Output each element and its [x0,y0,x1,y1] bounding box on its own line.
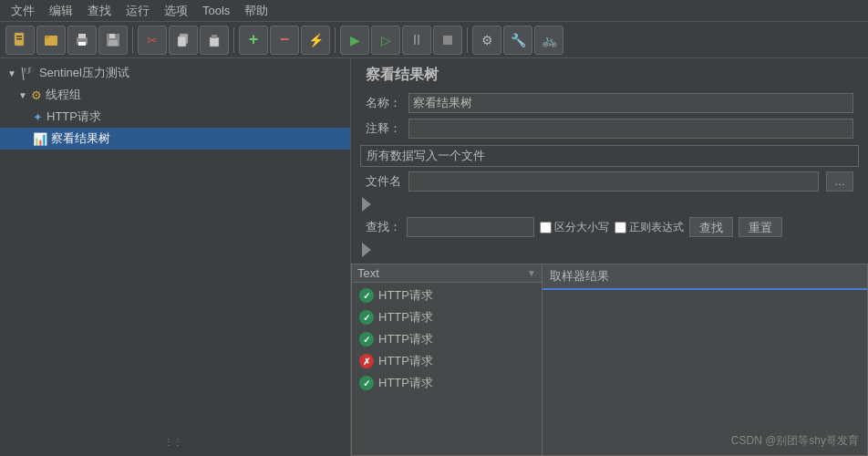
menu-run[interactable]: 运行 [119,1,157,21]
text-panel-header: Text ▼ [352,264,542,283]
thread-expand-icon: ▼ [18,90,27,100]
result-item-error[interactable]: HTTP请求 [352,350,542,372]
menu-find[interactable]: 查找 [80,1,119,21]
tree-root-item[interactable]: ▼ 🏴 Sentinel压力测试 [0,62,350,84]
status-ok-icon [359,332,374,347]
right-panel: 察看结果树 名称： 注释： 所有数据写入一个文件 文件名 … 查找： [351,58,868,456]
main-content: ▼ 🏴 Sentinel压力测试 ▼ ⚙ 线程组 ✦ HTTP请求 📊 察看结果… [0,58,868,456]
reset-button[interactable]: 重置 [739,217,782,237]
folder-icon: 🏴 [20,66,36,80]
name-row: 名称： [351,90,868,116]
tree-threadgroup-label: 线程组 [46,87,81,103]
regex-checkbox[interactable] [615,222,626,233]
watermark: CSDN @别团等shy哥发育 [731,433,859,449]
search-label: 查找： [366,219,401,235]
panel-title: 察看结果树 [351,58,868,90]
search-button[interactable]: 查找 [689,217,733,237]
text-panel: Text ▼ HTTP请求 HTTP请求 [351,264,542,456]
menu-edit[interactable]: 编辑 [42,1,80,21]
cut-button[interactable]: ✂ [138,26,167,55]
add-button[interactable]: + [239,26,268,55]
name-input[interactable] [408,93,853,113]
wand-button[interactable]: ⚡ [301,26,330,55]
result-item[interactable]: HTTP请求 [352,306,542,328]
play2-button[interactable]: ▷ [371,26,400,55]
menu-tools[interactable]: Tools [195,2,237,19]
expand-icon: ▼ [7,68,16,78]
section-title: 所有数据写入一个文件 [367,149,485,162]
tools2-button[interactable]: 🔧 [503,26,532,55]
thread-icon: ⚙ [31,88,42,102]
play-button[interactable]: ▶ [340,26,369,55]
sampler-panel: 取样器结果 [542,264,868,456]
stop-button[interactable]: ⏹ [433,26,462,55]
comment-input[interactable] [408,119,853,139]
tree-result-label: 察看结果树 [51,130,110,147]
tree-result-item[interactable]: 📊 察看结果树 [0,128,350,150]
open-button[interactable] [36,26,66,55]
svg-rect-12 [178,36,186,47]
result-label: HTTP请求 [378,375,433,391]
svg-rect-2 [16,38,22,40]
new-button[interactable] [5,26,35,55]
paste-button[interactable] [200,26,229,55]
save-button[interactable] [98,26,128,55]
status-err-icon [359,354,374,368]
toolbar: ✂ + − ⚡ ▶ ▷ ⏸ ⏹ ⚙ 🔧 🚲 [0,22,868,58]
browse-button[interactable]: … [826,171,853,192]
copy-button[interactable] [169,26,198,55]
name-label: 名称： [366,95,401,111]
text-dropdown-arrow[interactable]: ▼ [527,268,536,278]
settings-button[interactable]: ⚙ [472,26,501,55]
status-ok-icon [359,376,374,390]
minus-button[interactable]: − [270,26,299,55]
menu-help[interactable]: 帮助 [237,1,275,21]
menu-bar: 文件 编辑 查找 运行 选项 Tools 帮助 [0,0,868,22]
menu-file[interactable]: 文件 [4,1,42,21]
result-label: HTTP请求 [378,309,433,326]
text-panel-content: HTTP请求 HTTP请求 HTTP请求 HTTP请 [352,283,542,455]
arrow-divider-1 [351,194,868,214]
svg-rect-4 [45,36,49,38]
tree-threadgroup-item[interactable]: ▼ ⚙ 线程组 [0,84,350,106]
search-input[interactable] [407,217,534,237]
file-input[interactable] [408,171,819,192]
regex-label: 正则表达式 [629,220,684,235]
case-sensitive-checkbox[interactable] [540,222,552,233]
print-button[interactable] [67,26,97,55]
result-label: HTTP请求 [378,331,433,347]
file-row: 文件名 … [351,169,868,194]
result-item[interactable]: HTTP请求 [352,285,542,306]
result-label: HTTP请求 [378,287,433,304]
regex-checkbox-row: 正则表达式 [615,220,684,235]
left-panel: ▼ 🏴 Sentinel压力测试 ▼ ⚙ 线程组 ✦ HTTP请求 📊 察看结果… [0,58,351,456]
collapse-arrow-1[interactable] [362,197,371,212]
bike-button[interactable]: 🚲 [534,26,563,55]
results-area: Text ▼ HTTP请求 HTTP请求 [351,264,868,456]
comment-label: 注释： [366,120,401,137]
tree-http-label: HTTP请求 [46,109,101,125]
case-sensitive-label: 区分大小写 [554,220,609,235]
sampler-panel-header: 取样器结果 [542,264,867,290]
sep4 [467,27,468,53]
svg-rect-13 [210,37,219,47]
svg-rect-10 [108,40,118,46]
menu-options[interactable]: 选项 [157,1,195,21]
text-panel-label: Text [357,266,523,280]
http-icon: ✦ [33,110,43,124]
case-sensitive-checkbox-row: 区分大小写 [540,220,609,235]
result-item[interactable]: HTTP请求 [352,328,542,350]
result-label: HTTP请求 [378,353,433,369]
file-label: 文件名 [366,173,401,190]
pause-button[interactable]: ⏸ [402,26,431,55]
result-icon: 📊 [33,132,47,146]
search-row: 查找： 区分大小写 正则表达式 查找 重置 [351,214,868,240]
sep1 [132,27,133,53]
svg-rect-9 [109,34,115,38]
svg-rect-7 [78,42,86,46]
tree-http-item[interactable]: ✦ HTTP请求 [0,106,350,128]
sep2 [233,27,234,53]
collapse-arrow-2[interactable] [362,243,371,257]
result-item[interactable]: HTTP请求 [352,372,542,394]
arrow-divider-2 [351,240,868,260]
